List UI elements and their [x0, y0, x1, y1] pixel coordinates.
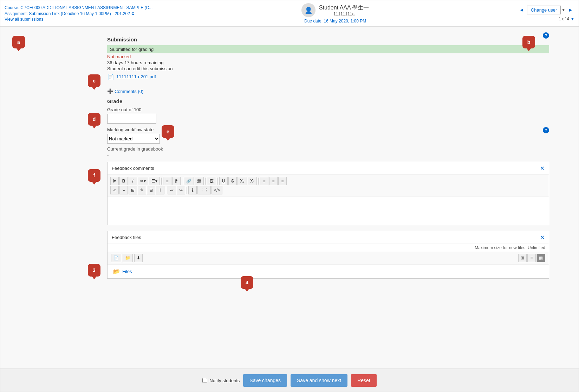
add-file-btn[interactable]: 📄 [111, 254, 121, 262]
tb-strike-btn[interactable]: S [228, 177, 237, 185]
tb-underline-btn[interactable]: U [219, 177, 228, 185]
pagination-text: 1 of 4 [559, 16, 569, 21]
view-tree-btn[interactable]: ▦ [536, 254, 545, 262]
tb-sub-btn[interactable]: X₂ [238, 177, 247, 185]
tb-align-center-btn[interactable]: ≡ [269, 177, 278, 185]
tb-unlink-btn[interactable]: ⛓ [195, 177, 204, 185]
tb-source-btn[interactable]: </> [212, 186, 222, 194]
can-edit: Student can edit this submission [107, 66, 549, 71]
feedback-editor[interactable] [108, 197, 549, 225]
tb-undo-btn[interactable]: ↩ [168, 186, 176, 194]
tb-align-left-btn[interactable]: ≡ [260, 177, 268, 185]
grade-title: Grade [107, 98, 549, 104]
not-marked-label: Not marked [107, 54, 549, 59]
header: Course: CPCE0000 ADDITIONAL ASSIGNMENT A… [0, 0, 579, 27]
bubble-4: 4 [241, 276, 253, 289]
view-grid-btn[interactable]: ⊞ [518, 254, 527, 262]
bubble-3: 3 [88, 264, 100, 277]
add-icon: ➕ [107, 88, 113, 94]
feedback-comments-box: Feedback comments ✕ i▾ B I ✏▾ ☰▾ ≡ ⁋ [107, 162, 549, 225]
folder-icon: 📂 [113, 268, 120, 275]
files-tools-left: 📄 📁 ⬇ [111, 254, 143, 262]
main-content: a b Submission Submitted for grading Not… [0, 27, 579, 368]
current-grade-section: Current grade in gradebook - [107, 146, 549, 158]
course-line2[interactable]: Assignment: Submission Link (Deadline 16… [5, 11, 152, 16]
feedback-header: Feedback comments ✕ [108, 162, 549, 175]
bubble-e: e [162, 125, 174, 138]
workflow-left: Marking workflow state Not marked In mar… [107, 127, 160, 144]
save-changes-button[interactable]: Save changes [243, 374, 287, 387]
tb-align-right-btn[interactable]: ≡ [278, 177, 287, 185]
feedback-files-title: Feedback files [112, 235, 141, 240]
tb-ol-btn[interactable]: ⁋ [172, 177, 181, 185]
pagination-filter-icon[interactable]: ▼ [571, 17, 574, 21]
grade-help-icon[interactable]: ? [543, 32, 549, 39]
annotation-e: e [162, 125, 174, 138]
tb-image-btn[interactable]: 🖼 [207, 177, 216, 185]
tb-redo-btn[interactable]: ↪ [177, 186, 185, 194]
submission-title: Submission [107, 36, 549, 42]
tb-table-btn[interactable]: ⊞ [129, 186, 137, 194]
reset-button[interactable]: Reset [351, 374, 377, 387]
tb-bold-btn[interactable]: B [119, 177, 128, 185]
save-show-next-button[interactable]: Save and show next [291, 374, 347, 387]
tb-format-btn[interactable]: ☰▾ [149, 177, 160, 185]
upload-btn[interactable]: ⬇ [134, 254, 143, 262]
course-line1[interactable]: Course: CPCE0000 ADDITIONAL ASSIGNMENT A… [5, 5, 152, 11]
add-folder-btn[interactable]: 📁 [123, 254, 133, 262]
submission-status: Submitted for grading [107, 45, 549, 53]
max-file-size: Maximum size for new files: Unlimited [108, 244, 549, 252]
tb-remove-btn[interactable]: ⊟ [147, 186, 155, 194]
feedback-files-close[interactable]: ✕ [540, 234, 545, 241]
file-tree: 📂 Files [108, 265, 549, 278]
prev-user-button[interactable]: ◄ [518, 6, 526, 13]
notify-label-text: Notify students [209, 378, 240, 383]
student-id: 11111111a [319, 12, 369, 16]
tb-italic-btn[interactable]: I [129, 177, 137, 185]
workflow-section: Marking workflow state Not marked In mar… [107, 127, 549, 144]
bubble-c: c [88, 74, 100, 87]
toolbar-separator-3 [205, 178, 206, 185]
tb-link-btn[interactable]: 🔗 [184, 177, 194, 185]
view-all-submissions-link[interactable]: View all submissions [5, 17, 152, 22]
feedback-comments-title: Feedback comments [112, 166, 154, 171]
folder-name: Files [122, 269, 132, 274]
tb-special-btn[interactable]: ⋮⋮ [197, 186, 211, 194]
tb-indent-in-btn[interactable]: » [119, 186, 128, 194]
grade-label: Grade out of 100 [107, 107, 156, 112]
feedback-comments-close[interactable]: ✕ [540, 165, 545, 172]
tb-color-btn[interactable]: ✏▾ [138, 177, 148, 185]
pdf-icon: 📄 [107, 73, 114, 80]
tb-sup-btn[interactable]: X² [248, 177, 257, 185]
workflow-help-icon[interactable]: ? [543, 127, 549, 133]
grade-input[interactable] [107, 114, 156, 124]
tb-ul-btn[interactable]: ≡ [163, 177, 171, 185]
toolbar-row-1: i▾ B I ✏▾ ☰▾ ≡ ⁋ 🔗 ⛓ 🖼 [110, 177, 546, 185]
notify-students-checkbox[interactable] [202, 378, 207, 383]
filename: 11111111a-201.pdf [116, 74, 156, 79]
comments-section[interactable]: ➕ Comments (0) [107, 88, 549, 94]
annotation-c: c [88, 74, 100, 87]
tb-accessibility-btn[interactable]: ℹ [188, 186, 197, 194]
tb-indent-out-btn[interactable]: « [110, 186, 119, 194]
workflow-select[interactable]: Not marked In marking Marking completed … [107, 134, 160, 144]
folder-item[interactable]: 📂 Files [113, 268, 543, 275]
tb-edit-btn[interactable]: ✎ [138, 186, 146, 194]
toolbar-separator-6 [166, 187, 166, 194]
change-user-select: Change user ▼ [527, 6, 565, 14]
files-header: Feedback files ✕ [108, 231, 549, 244]
annotation-d: d [88, 113, 100, 126]
tb-clear-btn[interactable]: I [156, 186, 164, 194]
next-user-button[interactable]: ► [567, 6, 574, 13]
dropdown-arrow-icon[interactable]: ▼ [561, 8, 565, 12]
current-grade-value: - [107, 152, 549, 158]
view-list-btn[interactable]: ≡ [527, 254, 536, 262]
tb-info-btn[interactable]: i▾ [110, 177, 119, 185]
submission-file-link[interactable]: 📄 11111111a-201.pdf [107, 73, 549, 80]
change-user-button[interactable]: Change user [527, 6, 561, 14]
due-date: Due date: 16 May 2020, 1:00 PM [152, 19, 518, 24]
workflow-label: Marking workflow state [107, 127, 160, 132]
toolbar-separator-1 [161, 178, 162, 185]
files-toolbar: 📄 📁 ⬇ ⊞ ≡ ▦ [108, 252, 549, 265]
current-grade-label: Current grade in gradebook [107, 146, 549, 152]
